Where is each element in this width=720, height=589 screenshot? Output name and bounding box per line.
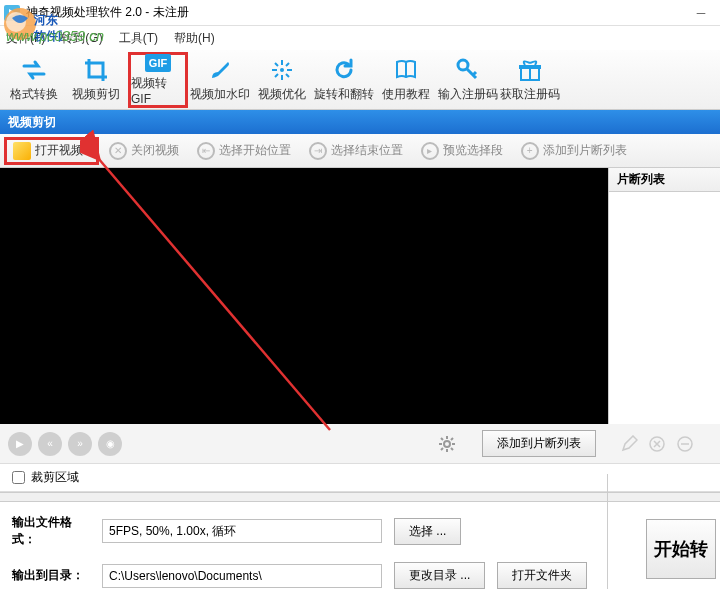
- crop-row: 裁剪区域: [0, 464, 720, 492]
- rotate-icon: [331, 57, 357, 83]
- settings-icon[interactable]: [438, 435, 456, 453]
- plus-circle-icon: +: [521, 142, 539, 160]
- play-button[interactable]: ▶: [8, 432, 32, 456]
- open-video-button[interactable]: 打开视频..: [4, 137, 99, 165]
- clear-icon[interactable]: [676, 435, 694, 453]
- book-icon: [393, 57, 419, 83]
- add-to-list-button[interactable]: 添加到片断列表: [482, 430, 596, 457]
- tool-tutorial[interactable]: 使用教程: [376, 52, 436, 108]
- output-dir-field[interactable]: [102, 564, 382, 588]
- svg-marker-4: [9, 9, 16, 17]
- output-dir-label: 输出到目录：: [12, 567, 90, 584]
- gift-icon: [517, 57, 543, 83]
- segment-panel-header: 片断列表: [609, 168, 720, 192]
- menu-goto[interactable]: 转到(G): [61, 30, 102, 47]
- key-icon: [455, 57, 481, 83]
- close-video-button[interactable]: ✕关闭视频: [101, 138, 187, 164]
- start-marker-icon: ⇤: [197, 142, 215, 160]
- title-bar: 神奇视频处理软件 2.0 - 未注册 ─: [0, 0, 720, 26]
- main-toolbar: 格式转换 视频剪切 GIF 视频转GIF 视频加水印 视频优化 旋转和翻转 使用…: [0, 50, 720, 110]
- menu-tool[interactable]: 工具(T): [119, 30, 158, 47]
- output-section: 输出文件格式： 选择 ... 输出到目录： 更改目录 ... 打开文件夹: [0, 502, 720, 589]
- convert-icon: [21, 57, 47, 83]
- tool-optimize[interactable]: 视频优化: [252, 52, 312, 108]
- edit-icon[interactable]: [620, 435, 638, 453]
- output-format-label: 输出文件格式：: [12, 514, 90, 548]
- segment-panel: 片断列表: [608, 168, 720, 424]
- preview-button[interactable]: ▸预览选择段: [413, 138, 511, 164]
- select-end-button[interactable]: ⇥选择结束位置: [301, 138, 411, 164]
- tool-video-to-gif[interactable]: GIF 视频转GIF: [128, 52, 188, 108]
- select-start-button[interactable]: ⇤选择开始位置: [189, 138, 299, 164]
- svg-point-9: [444, 441, 450, 447]
- output-format-field[interactable]: [102, 519, 382, 543]
- gif-icon: GIF: [145, 54, 171, 72]
- forward-button[interactable]: »: [68, 432, 92, 456]
- tool-get-key[interactable]: 获取注册码: [500, 52, 560, 108]
- end-marker-icon: ⇥: [309, 142, 327, 160]
- snapshot-button[interactable]: ◉: [98, 432, 122, 456]
- delete-icon[interactable]: [648, 435, 666, 453]
- brush-icon: [207, 57, 233, 83]
- start-convert-button[interactable]: 开始转: [646, 519, 716, 579]
- window-title: 神奇视频处理软件 2.0 - 未注册: [26, 4, 189, 21]
- svg-point-6: [458, 60, 468, 70]
- choose-format-button[interactable]: 选择 ...: [394, 518, 461, 545]
- minimize-button[interactable]: ─: [686, 3, 716, 23]
- menu-bar: 文件(F) 转到(G) 工具(T) 帮助(H): [0, 26, 720, 50]
- segment-list: [609, 192, 720, 424]
- open-folder-button[interactable]: 打开文件夹: [497, 562, 587, 589]
- playback-controls: ▶ « » ◉ 添加到片断列表: [0, 424, 720, 464]
- action-bar: 打开视频.. ✕关闭视频 ⇤选择开始位置 ⇥选择结束位置 ▸预览选择段 +添加到…: [0, 134, 720, 168]
- tool-watermark[interactable]: 视频加水印: [190, 52, 250, 108]
- tool-rotate[interactable]: 旋转和翻转: [314, 52, 374, 108]
- tool-format-convert[interactable]: 格式转换: [4, 52, 64, 108]
- crop-icon: [83, 57, 109, 83]
- app-icon: [4, 5, 20, 21]
- tool-video-cut[interactable]: 视频剪切: [66, 52, 126, 108]
- menu-file[interactable]: 文件(F): [6, 30, 45, 47]
- close-circle-icon: ✕: [109, 142, 127, 160]
- sparkle-icon: [269, 57, 295, 83]
- video-preview: [0, 168, 608, 424]
- change-dir-button[interactable]: 更改目录 ...: [394, 562, 485, 589]
- rewind-button[interactable]: «: [38, 432, 62, 456]
- section-header: 视频剪切: [0, 110, 720, 134]
- tool-enter-key[interactable]: 输入注册码: [438, 52, 498, 108]
- svg-point-5: [280, 68, 284, 72]
- menu-help[interactable]: 帮助(H): [174, 30, 215, 47]
- folder-icon: [13, 142, 31, 160]
- crop-checkbox[interactable]: [12, 471, 25, 484]
- play-circle-icon: ▸: [421, 142, 439, 160]
- add-segment-button[interactable]: +添加到片断列表: [513, 138, 635, 164]
- crop-label: 裁剪区域: [31, 469, 79, 486]
